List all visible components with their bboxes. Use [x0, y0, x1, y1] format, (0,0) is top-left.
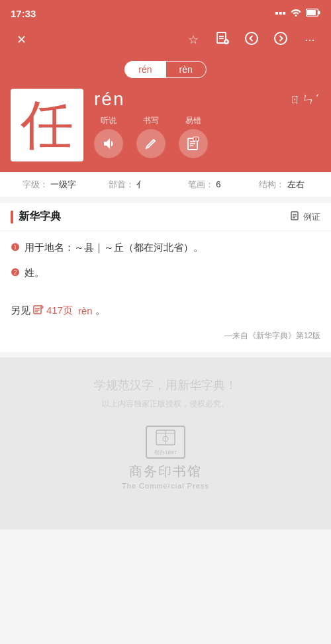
pron-tab-ren4[interactable]: rèn	[166, 61, 207, 78]
prev-button[interactable]	[241, 31, 262, 49]
nav-right-icons: ☆ ···	[183, 31, 320, 49]
info-radical: 部首： 亻	[88, 179, 166, 191]
svg-point-18	[196, 140, 197, 141]
listen-label: 听说	[101, 115, 117, 126]
main-character: 任	[21, 99, 73, 152]
also-see-suffix: 。	[95, 304, 105, 317]
write-action[interactable]: 书写	[136, 115, 166, 158]
footer-logo: 创办1897 商务印书馆 The Commercial Press	[11, 426, 320, 490]
nav-bar: ✕ ☆ ···	[0, 24, 331, 56]
strokes-value: 6	[216, 179, 220, 189]
svg-rect-1	[307, 10, 316, 15]
dict-entry-2: ❷ 姓。	[11, 264, 320, 281]
listen-action[interactable]: 听说	[94, 115, 123, 158]
more-button[interactable]: ···	[299, 33, 320, 47]
structure-label: 结构：	[259, 179, 285, 189]
footer-chinese-name: 商务印书馆	[129, 463, 202, 481]
logo-year: 创办1897	[154, 449, 177, 456]
info-bar: 字级： 一级字 部首： 亻 笔画： 6 结构： 左右	[0, 172, 331, 198]
entry-text-2: 姓。	[24, 264, 320, 281]
error-action[interactable]: 易错	[179, 115, 208, 158]
close-button[interactable]: ✕	[11, 32, 32, 47]
dict-title: 新华字典	[19, 210, 61, 224]
entry-num-2: ❷	[11, 264, 19, 281]
svg-line-11	[154, 140, 155, 141]
page-link-icon	[33, 304, 44, 317]
also-see: 另见 417页 rèn 。	[0, 299, 331, 328]
zhuyin-display: ㄖㄣˊ	[289, 91, 320, 107]
entry-text-1: 用于地名：～县｜～丘（都在河北省）。	[24, 239, 320, 256]
pronunciation-tabs: rén rèn	[0, 56, 331, 81]
footer-logo-box: 创办1897	[146, 426, 185, 459]
next-button[interactable]	[270, 31, 291, 49]
pinyin-row: rén ㄖㄣˊ	[94, 89, 320, 110]
also-see-pinyin: rèn	[78, 305, 93, 316]
example-link[interactable]: 例证	[290, 210, 320, 223]
pinyin-display: rén	[94, 89, 124, 110]
dict-header: 新华字典 例证	[0, 203, 331, 231]
signal-icon: ▪▪▪	[275, 7, 286, 19]
example-label: 例证	[303, 211, 320, 223]
bookmark-button[interactable]	[212, 31, 233, 49]
character-actions: 听说 书写 易错	[94, 115, 320, 158]
footer-section: 学规范汉字，用新华字典！ 以上内容独家正版授权，侵权必究。 创办1897 商务印…	[0, 357, 331, 529]
also-see-page: 417页	[46, 304, 73, 317]
entry-num-1: ❶	[11, 239, 19, 256]
error-circle	[179, 129, 208, 158]
svg-rect-2	[318, 11, 320, 15]
structure-value: 左右	[287, 179, 305, 189]
status-icons: ▪▪▪	[275, 7, 320, 19]
error-label: 易错	[185, 115, 201, 126]
svg-point-9	[246, 32, 258, 44]
level-value: 一级字	[50, 179, 76, 189]
footer-slogan1: 学规范汉字，用新华字典！	[11, 377, 320, 393]
footer-slogan2: 以上内容独家正版授权，侵权必究。	[11, 398, 320, 410]
also-see-prefix: 另见	[11, 304, 30, 317]
character-info: rén ㄖㄣˊ 听说 书写	[94, 89, 320, 158]
info-strokes: 笔画： 6	[166, 179, 243, 191]
write-label: 书写	[143, 115, 159, 126]
footer-english-name: The Commercial Press	[122, 482, 209, 490]
info-structure: 结构： 左右	[243, 179, 320, 191]
dict-accent-bar	[11, 210, 13, 224]
info-level: 字级： 一级字	[11, 179, 88, 191]
dict-title-wrapper: 新华字典	[11, 210, 61, 224]
radical-label: 部首：	[109, 179, 134, 189]
svg-point-10	[275, 32, 287, 44]
status-time: 17:33	[11, 8, 36, 19]
source-text: —来自《新华字典》第12版	[0, 328, 331, 352]
character-display: 任 rén ㄖㄣˊ 听说 书写	[0, 81, 331, 172]
dictionary-section: 新华字典 例证 ❶ 用于地名：～县｜～丘（都在河北省）。 ❷ 姓。 另见	[0, 203, 331, 352]
example-icon	[290, 210, 301, 223]
status-bar: 17:33 ▪▪▪	[0, 0, 331, 24]
strokes-label: 笔画：	[188, 179, 214, 189]
write-circle	[136, 129, 166, 158]
also-see-link[interactable]: 417页	[33, 304, 73, 317]
wifi-icon	[290, 7, 302, 19]
footer-text: 商务印书馆 The Commercial Press	[122, 463, 209, 490]
level-label: 字级：	[23, 179, 48, 189]
dict-content: ❶ 用于地名：～县｜～丘（都在河北省）。 ❷ 姓。	[0, 231, 331, 299]
character-box: 任	[11, 89, 83, 161]
pron-tab-ren1[interactable]: rén	[124, 61, 165, 78]
radical-value: 亻	[136, 179, 145, 189]
star-button[interactable]: ☆	[183, 32, 204, 47]
battery-icon	[306, 7, 320, 19]
dict-entry-1: ❶ 用于地名：～县｜～丘（都在河北省）。	[11, 239, 320, 256]
listen-circle	[94, 129, 123, 158]
